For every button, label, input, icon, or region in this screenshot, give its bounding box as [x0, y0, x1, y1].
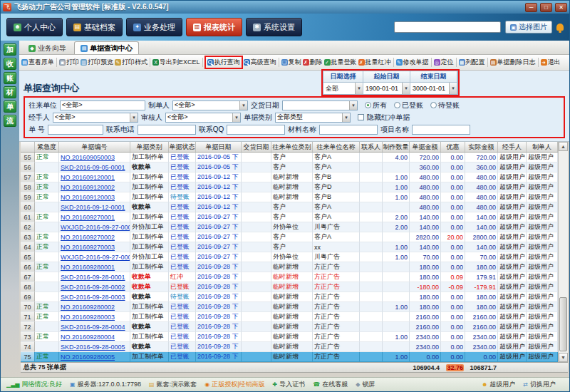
row-number[interactable]: 64	[21, 242, 35, 252]
side-shortcut-1[interactable]: 加	[4, 43, 16, 56]
doc-no-link[interactable]: SKD-2016-09-28-0002	[59, 282, 130, 292]
handler-select[interactable]: <全部>	[53, 113, 138, 123]
doc-no-link[interactable]: NO.201609120002	[59, 182, 130, 192]
table-row[interactable]: 70正常NO.201609280002加工制作单已登账2016-09-28 下临…	[21, 302, 558, 312]
toolbar-advanced-query-button[interactable]: 高级查询	[243, 57, 277, 68]
doctype-select[interactable]: 全部类型	[275, 113, 351, 123]
column-header-1[interactable]: 紧急度	[35, 142, 59, 152]
status-lock-screen[interactable]: ◆锁屏	[356, 380, 375, 389]
vertical-scrollbar[interactable]: ▲ ▼	[558, 142, 568, 362]
maximize-button[interactable]: □	[540, 3, 552, 12]
search-input[interactable]	[394, 21, 501, 33]
toolbar-execute-query-button[interactable]: 执行查询	[207, 57, 241, 68]
status-import-cert[interactable]: ✚导入证书	[273, 380, 306, 389]
table-row[interactable]: 63正常NO.201609270002加工制作单已登账2016-09-27 下客…	[21, 232, 558, 242]
project-input[interactable]	[412, 125, 470, 135]
row-number[interactable]: 69	[21, 292, 35, 302]
start-date-select[interactable]: 1900-01-01	[363, 83, 410, 94]
column-header-4[interactable]: 单据状态	[169, 142, 196, 152]
table-row[interactable]: 55正常NO.201609050003加工制作单已登账2016-09-05 下客…	[21, 153, 558, 163]
table-row[interactable]: 60SKD-2016-09-12-0001收款单已登账2016-09-12 下客…	[21, 202, 558, 212]
end-date-select[interactable]: 3000-01-01	[410, 83, 457, 94]
row-number[interactable]: 63	[21, 232, 35, 242]
doc-no-link[interactable]: SKD-2016-09-12-0001	[59, 202, 130, 212]
scroll-up-icon[interactable]: ▲	[559, 142, 568, 151]
toolbar-print-preview-button[interactable]: ▥打印预览	[80, 57, 114, 68]
row-number[interactable]: 58	[21, 182, 35, 192]
radio-posted[interactable]: 已登账	[394, 100, 423, 110]
table-row[interactable]: 71正常NO.201609280003加工制作单已登账2016-09-28 下临…	[21, 312, 558, 322]
side-shortcut-4[interactable]: 材	[4, 86, 16, 98]
doc-no-link[interactable]: NO.201609270003	[59, 242, 130, 252]
table-row[interactable]: 56SKD-2016-09-05-0001收款单已登账2016-09-05 下客…	[21, 163, 558, 172]
nav-tab-report-stats[interactable]: ▥报表统计	[186, 18, 242, 36]
doc-no-link[interactable]: SKD-2016-09-28-0001	[59, 272, 130, 282]
pick-image-button[interactable]: ▣ 选择图片	[505, 21, 552, 33]
doc-no-link[interactable]: SKD-2016-09-28-0003	[59, 292, 130, 302]
doc-no-link[interactable]: NO.201609280002	[59, 302, 130, 312]
row-number[interactable]: 56	[21, 163, 35, 172]
toolbar-copy-button[interactable]: ❏复制	[281, 57, 302, 68]
column-header-2[interactable]: 单据编号	[59, 142, 130, 152]
toolbar-delete-button[interactable]: ✗删除	[302, 57, 323, 68]
date-range-select[interactable]: 全部	[323, 83, 363, 94]
doc-no-link[interactable]: NO.201609280004	[59, 332, 130, 342]
table-row[interactable]: 65WXJGD-2016-09-27-000外协加工单已登账2016-09-27…	[21, 252, 558, 262]
row-number[interactable]: 73	[21, 332, 35, 342]
toolbar-doc-delete-log-button[interactable]: ▤单据删除日志	[489, 57, 537, 68]
table-row[interactable]: 66正常NO.201609280001加工制作单已登账2016-09-28 下临…	[21, 262, 558, 272]
partner-input[interactable]: <全部>	[60, 100, 145, 110]
maker-select[interactable]: <全部>	[172, 100, 248, 110]
toolbar-batch-post-button[interactable]: ✓批量登账	[323, 57, 358, 68]
table-row[interactable]: 64正常NO.201609270003加工制作单已登账2016-09-27 下客…	[21, 242, 558, 252]
table-row[interactable]: 58正常NO.201609120002加工制作单已登账2016-09-12 下临…	[21, 182, 558, 192]
close-button[interactable]: ✕	[555, 3, 567, 12]
column-header-6[interactable]: 交货日期	[242, 142, 271, 152]
table-row[interactable]: 69SKD-2016-09-28-0003收款单待登账2016-09-28 下临…	[21, 292, 558, 302]
toolbar-print-style-button[interactable]: ✎打印样式	[114, 57, 148, 68]
column-header-14[interactable]: 经手人	[498, 142, 527, 152]
doc-no-link[interactable]: NO.201609120001	[59, 172, 130, 182]
doc-no-link[interactable]: NO.201609050003	[59, 153, 130, 163]
row-number[interactable]: 55	[21, 153, 35, 163]
column-header-5[interactable]: 单据日期	[196, 142, 242, 152]
doc-no-link[interactable]: WXJGD-2016-09-27-000	[59, 252, 130, 262]
row-number[interactable]: 61	[21, 212, 35, 222]
delivery-date-select[interactable]	[282, 100, 358, 110]
status-online-support[interactable]: ☎在线客服	[313, 380, 348, 389]
row-number[interactable]: 72	[21, 322, 35, 332]
minimize-button[interactable]: ─	[525, 3, 537, 12]
doc-no-link[interactable]: NO.201609280001	[59, 262, 130, 272]
side-shortcut-3[interactable]: 账	[4, 72, 16, 84]
row-number[interactable]: 68	[21, 282, 35, 292]
doc-no-link[interactable]: WXJGD-2016-09-27-000	[59, 222, 130, 232]
row-number[interactable]: 57	[21, 172, 35, 182]
doc-no-link[interactable]: NO.201609120003	[59, 192, 130, 202]
row-number[interactable]: 62	[21, 222, 35, 232]
toolbar-column-config-button[interactable]: ▦列配置	[458, 57, 486, 68]
column-header-10[interactable]: 制作数量	[383, 142, 410, 152]
doc-no-link[interactable]: NO.201609280003	[59, 312, 130, 322]
toolbar-exit-button[interactable]: ➜退出	[540, 57, 561, 68]
toolbar-export-excel-button[interactable]: X导出到EXCEL	[152, 57, 201, 68]
radio-pending[interactable]: 待登账	[430, 100, 460, 110]
radio-all[interactable]: 所有	[365, 100, 387, 110]
table-row[interactable]: 72SKD-2016-09-28-0004收款单已登账2016-09-28 下临…	[21, 322, 558, 332]
side-shortcut-6[interactable]: 流	[4, 115, 16, 127]
status-switch-user[interactable]: ⇄切换用户	[523, 380, 556, 389]
nav-tab-base-archives[interactable]: ▤基础档案	[66, 18, 123, 36]
column-header-7[interactable]: 往来单位类别	[271, 142, 313, 152]
row-number[interactable]: 74	[21, 342, 35, 352]
column-header-11[interactable]: 单据金额	[410, 142, 441, 152]
hide-red-checkbox[interactable]	[358, 114, 364, 120]
table-row[interactable]: 62WXJGD-2016-09-27-000外协加工单已登账2016-09-27…	[21, 222, 558, 232]
toolbar-locate-button[interactable]: ◎定位	[433, 57, 455, 68]
toolbar-batch-redflush-button[interactable]: ✗批量红冲	[358, 57, 392, 68]
doc-no-link[interactable]: NO.201609270001	[59, 212, 130, 222]
notification-bell-icon[interactable]	[556, 24, 564, 31]
toolbar-view-original-button[interactable]: ▤查看原单	[21, 57, 55, 68]
scrollbar-thumb[interactable]	[559, 297, 567, 351]
row-number[interactable]: 65	[21, 252, 35, 262]
column-header-8[interactable]: 往来单位名称	[313, 142, 360, 152]
material-input[interactable]	[319, 125, 378, 135]
